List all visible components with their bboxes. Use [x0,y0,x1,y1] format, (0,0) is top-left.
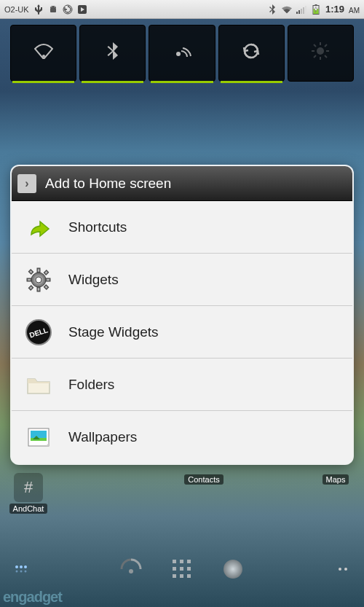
stage-phone-button[interactable] [116,555,146,584]
clock-ampm: AM [349,7,360,15]
watermark: engadget [3,589,62,606]
status-left: O2-UK [4,4,87,15]
svg-rect-8 [303,7,304,14]
sync-notif-icon [63,4,73,15]
brightness-icon [311,42,330,65]
toggle-wifi[interactable] [10,25,76,82]
svg-point-14 [176,52,181,56]
menu-item-label: Folders [68,377,114,393]
svg-point-41 [24,565,27,568]
folder-icon [23,369,54,400]
menu-item-shortcuts[interactable]: Shortcuts [12,201,352,254]
gear-icon [23,265,54,295]
svg-rect-29 [28,269,33,273]
svg-point-13 [42,55,45,58]
svg-rect-9 [305,6,306,14]
svg-rect-6 [298,10,300,14]
svg-point-33 [36,277,41,283]
svg-rect-32 [44,270,48,274]
clock-time: 1:19 [325,4,344,15]
menu-item-folders[interactable]: Folders [12,359,352,411]
svg-point-15 [317,47,324,55]
svg-rect-54 [187,574,191,578]
menu-item-label: Widgets [68,272,119,288]
stage-right-dots[interactable] [335,561,351,577]
svg-point-2 [54,6,55,7]
svg-point-42 [16,571,18,573]
app-label: Contacts [184,474,223,485]
svg-line-22 [314,55,316,58]
svg-point-1 [51,6,52,7]
toggle-bluetooth[interactable] [79,25,146,82]
svg-line-23 [325,44,327,47]
svg-rect-48 [187,560,191,563]
wifi-status-icon [282,4,292,15]
menu-item-label: Wallpapers [68,429,137,445]
home-dock-apps: # AndChat Contacts Maps [0,473,364,514]
app-maps[interactable]: Maps [313,473,358,514]
dell-icon: DELL [23,317,54,348]
menu-item-label: Shortcuts [68,219,127,235]
dialog-title: Add to Home screen [45,176,171,192]
svg-line-21 [325,55,327,58]
svg-point-55 [223,560,242,579]
menu-item-widgets[interactable]: Widgets [12,254,352,306]
status-right: 1:19 AM [267,4,360,15]
svg-rect-25 [37,268,40,273]
menu-item-stage-widgets[interactable]: DELL Stage Widgets [12,306,352,359]
app-contacts[interactable]: Contacts [181,473,226,514]
autosync-icon [242,42,261,64]
svg-rect-0 [50,8,56,12]
status-bar: O2-UK 1:19 AM [0,0,364,19]
svg-rect-50 [180,567,183,571]
svg-rect-47 [180,560,183,563]
android-icon [48,4,58,15]
svg-rect-27 [27,278,31,281]
bluetooth-icon [107,42,119,64]
picture-icon [23,422,54,453]
toggle-autosync[interactable] [218,25,285,82]
svg-rect-46 [173,560,176,563]
svg-point-43 [20,571,23,573]
svg-point-57 [344,568,347,571]
bluetooth-status-icon [267,4,277,15]
svg-rect-51 [187,567,191,571]
svg-rect-30 [44,284,48,289]
carrier-label: O2-UK [4,5,29,14]
svg-rect-7 [301,9,302,14]
dialog-menu-list: Shortcuts Widgets DELL Stage Widgets Fol… [12,201,352,463]
svg-point-56 [339,568,341,571]
toggle-gps[interactable] [149,25,215,82]
stage-left-dots[interactable] [13,561,29,577]
svg-point-39 [15,565,18,568]
stage-apps-button[interactable] [167,555,197,584]
chevron-right-icon: › [17,174,36,193]
stage-browser-button[interactable] [218,555,248,584]
shortcut-icon [23,212,54,243]
svg-rect-11 [314,4,317,6]
svg-rect-53 [180,574,183,578]
gps-icon [173,42,191,64]
svg-line-20 [314,44,316,47]
svg-rect-26 [37,287,40,291]
app-andchat[interactable]: # AndChat [6,473,51,514]
menu-item-label: Stage Widgets [68,324,159,340]
andchat-icon: # [14,473,43,502]
dialog-header: › Add to Home screen [12,166,352,201]
svg-rect-31 [28,285,33,289]
svg-rect-28 [46,278,50,281]
play-icon [77,4,87,15]
svg-point-40 [20,565,23,568]
menu-item-wallpapers[interactable]: Wallpapers [12,411,352,463]
toggle-brightness[interactable] [288,25,354,82]
svg-rect-5 [296,12,298,14]
power-toggle-widget [10,25,354,82]
svg-point-44 [25,571,27,573]
add-to-home-dialog: › Add to Home screen Shortcuts Widgets D… [12,166,352,463]
usb-icon [33,4,44,15]
stage-bar [0,546,364,592]
wifi-icon [34,43,53,63]
stage-center [116,555,248,584]
battery-icon [311,4,321,15]
svg-rect-52 [173,574,176,578]
